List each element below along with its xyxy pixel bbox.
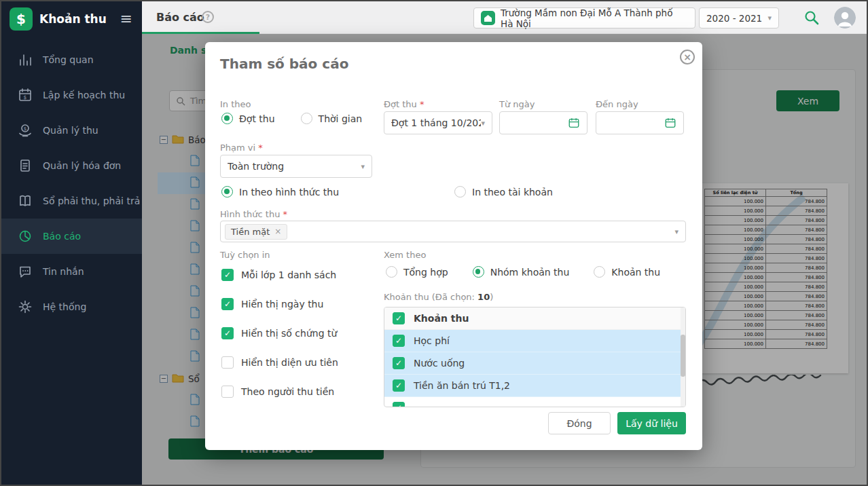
app-title: Khoản thu [39, 12, 113, 26]
radio-label: Tổng hợp [403, 267, 448, 278]
checkbox-icon: ✓ [393, 402, 405, 407]
checkbox-icon [221, 356, 234, 369]
checkbox-icon [221, 386, 234, 398]
fee-list-label: Khoản thu (Đã chọn: 10) [384, 292, 493, 302]
fee-list-item-0[interactable]: ✓ Khoản thu [384, 307, 685, 330]
period-select[interactable]: Đợt 1 tháng 10/202 ▾ [384, 111, 492, 134]
sidebar-item-5[interactable]: Báo cáo [1, 219, 142, 254]
radio-print-by-1[interactable]: Thời gian [301, 113, 363, 124]
payment-method-select[interactable]: Tiền mặt × ▾ [220, 221, 686, 242]
app-window: $ Khoản thu ≡ Tổng quan $ Lập kế hoạch t… [0, 0, 868, 486]
checkbox-print-option-3[interactable]: Hiển thị diện ưu tiên [221, 354, 338, 371]
sidebar-header: $ Khoản thu ≡ [1, 1, 142, 37]
calendar-icon [664, 117, 676, 129]
year-selector[interactable]: 2020 - 2021 ▾ [699, 7, 779, 29]
sidebar-item-label: Lập kế hoạch thu [43, 90, 125, 100]
sidebar-item-label: Tin nhắn [43, 266, 84, 277]
app-logo-icon: $ [10, 7, 33, 31]
payment-method-label: Hình thức thu [220, 209, 287, 219]
scope-select[interactable]: Toàn trường ▾ [220, 155, 372, 178]
radio-print-mode-1[interactable]: In theo tài khoản [454, 186, 553, 198]
topbar: Báo cáo ? Trường Mầm non Đại Mỗ A Thành … [142, 1, 868, 34]
fee-item-label: Tiền ăn bán trú T1,2 [414, 380, 510, 391]
radio-label: In theo hình thức thu [239, 187, 339, 198]
tag-label: Tiền mặt [231, 227, 270, 237]
fee-item-label: Khoản thu [414, 313, 469, 324]
sidebar-item-1[interactable]: $ Lập kế hoạch thu [1, 77, 142, 113]
fee-list-item-4[interactable]: ✓ [384, 397, 685, 407]
scrollbar-track[interactable] [681, 307, 685, 407]
collect-icon: $ [18, 123, 33, 138]
svg-text:$: $ [24, 126, 26, 132]
radio-icon [594, 266, 605, 278]
period-label: Đợt thu [384, 99, 424, 109]
chevron-down-icon: ▾ [674, 227, 679, 236]
sidebar-item-label: Sổ phải thu, phải trả [43, 195, 140, 206]
submit-button[interactable]: Lấy dữ liệu [617, 412, 686, 434]
sidebar-item-3[interactable]: Quản lý hóa đơn [1, 148, 142, 183]
checkbox-icon: ✓ [393, 312, 405, 324]
year-value: 2020 - 2021 [706, 13, 762, 24]
checkbox-label: Hiển thị diện ưu tiên [241, 357, 338, 368]
to-date-input[interactable] [596, 111, 684, 134]
menu-toggle-icon[interactable]: ≡ [120, 12, 132, 26]
selected-tag: Tiền mặt × [225, 224, 287, 240]
radio-view-by-1[interactable]: Nhóm khoản thu [473, 266, 570, 278]
view-by-label: Xem theo [384, 250, 426, 260]
remove-tag-icon[interactable]: × [274, 227, 281, 236]
help-icon[interactable]: ? [202, 11, 214, 23]
checkbox-label: Hiển thị ngày thu [241, 299, 323, 310]
fee-item-label: Học phí [414, 335, 450, 346]
print-options-label: Tuỳ chọn in [220, 250, 270, 260]
sidebar-item-label: Quản lý hóa đơn [43, 160, 121, 171]
active-tab-indicator [142, 32, 259, 34]
view-by-radio-group: Tổng hợp Nhóm khoản thu Khoản thu [386, 266, 660, 278]
fee-list-item-1[interactable]: ✓ Học phí [384, 330, 685, 352]
period-value: Đợt 1 tháng 10/202 [391, 117, 481, 128]
plan-icon: $ [18, 88, 33, 102]
sidebar-item-4[interactable]: Sổ phải thu, phải trả [1, 183, 142, 219]
checkbox-print-option-1[interactable]: ✓ Hiển thị ngày thu [221, 295, 338, 313]
radio-icon [301, 113, 312, 124]
sidebar-item-6[interactable]: Tin nhắn [1, 254, 142, 289]
close-icon[interactable]: × [680, 50, 695, 64]
checkbox-icon: ✓ [393, 357, 405, 369]
school-name: Trường Mầm non Đại Mỗ A Thành phố Hà Nội [501, 7, 688, 29]
sidebar-item-7[interactable]: Hệ thống [1, 289, 142, 324]
radio-icon [221, 186, 233, 198]
home-icon [481, 11, 495, 25]
report-params-modal: Tham số báo cáo × In theo Đợt thu Thời g… [205, 42, 702, 450]
school-selector[interactable]: Trường Mầm non Đại Mỗ A Thành phố Hà Nội [473, 7, 695, 29]
radio-label: Nhóm khoản thu [490, 267, 570, 278]
chevron-down-icon: ▾ [767, 14, 772, 22]
fee-list: ✓ Khoản thu ✓ Học phí ✓ Nước uống ✓ Tiền… [384, 307, 686, 407]
report-icon [18, 229, 33, 244]
avatar[interactable] [834, 7, 856, 29]
checkbox-print-option-4[interactable]: Theo người thu tiền [221, 383, 338, 400]
scrollbar-thumb[interactable] [681, 335, 685, 377]
search-icon[interactable] [803, 9, 820, 26]
chevron-down-icon: ▾ [481, 119, 485, 128]
from-date-input[interactable] [499, 111, 587, 134]
radio-view-by-2[interactable]: Khoản thu [594, 266, 660, 278]
radio-view-by-0[interactable]: Tổng hợp [386, 266, 448, 278]
fee-list-item-2[interactable]: ✓ Nước uống [384, 352, 685, 375]
from-date-label: Từ ngày [499, 99, 535, 109]
sidebar-item-2[interactable]: $ Quản lý thu [1, 113, 142, 148]
checkbox-print-option-2[interactable]: ✓ Hiển thị số chứng từ [221, 324, 338, 342]
checkbox-icon: ✓ [221, 327, 234, 339]
checkbox-print-option-0[interactable]: ✓ Mỗi lớp 1 danh sách [221, 266, 338, 284]
scope-value: Toàn trường [228, 161, 361, 172]
invoice-icon [18, 158, 33, 173]
sidebar-item-0[interactable]: Tổng quan [1, 42, 142, 77]
print-by-radio-group: Đợt thu Thời gian [221, 113, 362, 124]
calendar-icon [568, 117, 580, 129]
fee-item-label: Nước uống [414, 358, 465, 369]
sidebar-item-label: Quản lý thu [43, 125, 98, 136]
close-button[interactable]: Đóng [548, 412, 611, 434]
radio-print-mode-0[interactable]: In theo hình thức thu [221, 186, 339, 198]
radio-print-by-0[interactable]: Đợt thu [221, 113, 275, 124]
fee-list-item-3[interactable]: ✓ Tiền ăn bán trú T1,2 [384, 375, 685, 397]
overview-icon [18, 52, 33, 67]
radio-label: Đợt thu [239, 113, 275, 124]
